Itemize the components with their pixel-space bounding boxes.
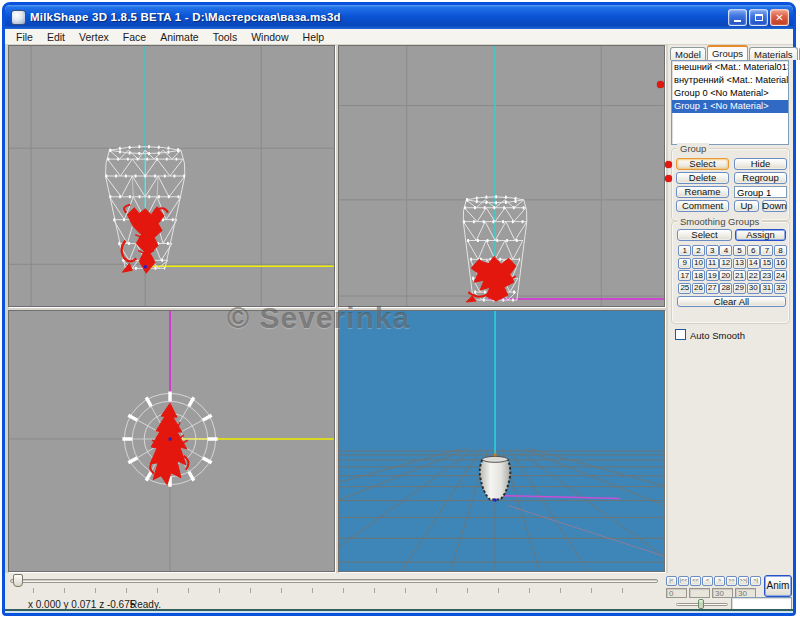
transport-button[interactable]: < bbox=[702, 576, 713, 586]
smoothing-number-button[interactable]: 22 bbox=[747, 270, 760, 281]
smoothing-number-button[interactable]: 2 bbox=[692, 245, 705, 256]
smoothing-number-button[interactable]: 16 bbox=[774, 258, 787, 269]
front-view-canvas bbox=[9, 46, 334, 306]
panel-tab[interactable]: Groups bbox=[707, 45, 748, 60]
smoothing-number-button[interactable]: 10 bbox=[692, 258, 705, 269]
smoothing-number-button[interactable]: 1 bbox=[678, 245, 691, 256]
anim-button[interactable]: Anim bbox=[764, 575, 792, 597]
smoothing-number-button[interactable]: 3 bbox=[706, 245, 719, 256]
close-icon: ✕ bbox=[775, 12, 783, 23]
viewport-top[interactable] bbox=[8, 310, 335, 572]
smoothing-number-button[interactable]: 23 bbox=[760, 270, 773, 281]
close-button[interactable]: ✕ bbox=[770, 9, 789, 26]
auto-smooth-label: Auto Smooth bbox=[690, 330, 745, 341]
panel-tab[interactable]: Model bbox=[670, 47, 706, 60]
panel-tab[interactable]: Materials bbox=[749, 47, 798, 60]
smoothing-number-button[interactable]: 11 bbox=[706, 258, 719, 269]
bottom-edge bbox=[5, 611, 793, 613]
group-section-label: Group bbox=[677, 143, 709, 154]
minimize-icon bbox=[734, 20, 741, 22]
smoothing-number-button[interactable]: 25 bbox=[678, 283, 691, 294]
smoothing-number-button[interactable]: 30 bbox=[747, 283, 760, 294]
smoothing-number-button[interactable]: 4 bbox=[719, 245, 732, 256]
smoothing-number-button[interactable]: 26 bbox=[692, 283, 705, 294]
clear-all-button[interactable]: Clear All bbox=[677, 296, 786, 307]
group-regroup-button[interactable]: Regroup bbox=[734, 172, 787, 184]
group-list-item[interactable]: внутренний <Mat.: Material01> bbox=[672, 74, 788, 87]
group-name-field[interactable]: Group 1 bbox=[734, 186, 787, 198]
smoothing-number-button[interactable]: 14 bbox=[747, 258, 760, 269]
smoothing-assign-button[interactable]: Assign bbox=[735, 229, 786, 241]
group-list-item[interactable]: Group 1 <No Material> bbox=[672, 100, 788, 113]
transport-button[interactable]: > bbox=[714, 576, 725, 586]
group-down-button[interactable]: Down bbox=[762, 200, 787, 212]
side-panel: ModelGroupsMaterialsJoints внешний <Mat.… bbox=[668, 45, 793, 573]
smoothing-number-button[interactable]: 27 bbox=[706, 283, 719, 294]
smoothing-number-button[interactable]: 8 bbox=[774, 245, 787, 256]
transport-button[interactable]: >> bbox=[726, 576, 737, 586]
viewport-front[interactable] bbox=[8, 45, 335, 307]
group-delete-button[interactable]: Delete bbox=[676, 172, 729, 184]
smoothing-number-button[interactable]: 9 bbox=[678, 258, 691, 269]
group-list-item[interactable]: Group 0 <No Material> bbox=[672, 87, 788, 100]
frame-field[interactable] bbox=[689, 588, 710, 598]
top-view-canvas bbox=[9, 311, 334, 571]
transport-button[interactable]: |< bbox=[666, 576, 677, 586]
viewport-side[interactable] bbox=[338, 45, 665, 307]
frame-field[interactable]: 0 bbox=[666, 588, 687, 598]
smoothing-number-button[interactable]: 17 bbox=[678, 270, 691, 281]
auto-smooth-checkbox[interactable] bbox=[675, 329, 686, 340]
window-title: MilkShape 3D 1.8.5 BETA 1 - D:\Мастерска… bbox=[30, 11, 728, 23]
group-select-button[interactable]: Select bbox=[676, 158, 729, 170]
smoothing-number-button[interactable]: 7 bbox=[760, 245, 773, 256]
menu-item[interactable]: Window bbox=[244, 30, 295, 44]
keyframe-slider-thumb[interactable] bbox=[13, 574, 23, 587]
menu-item[interactable]: Help bbox=[296, 30, 332, 44]
smoothing-number-button[interactable]: 19 bbox=[706, 270, 719, 281]
annotation-dot-delete bbox=[665, 175, 672, 182]
group-hide-button[interactable]: Hide bbox=[734, 158, 787, 170]
smoothing-number-button[interactable]: 21 bbox=[733, 270, 746, 281]
milkshape-window: MilkShape 3D 1.8.5 BETA 1 - D:\Мастерска… bbox=[2, 2, 796, 616]
minimize-button[interactable] bbox=[728, 9, 747, 26]
annotation-dot-group-list bbox=[657, 81, 664, 88]
smoothing-number-button[interactable]: 29 bbox=[733, 283, 746, 294]
transport-button[interactable]: >>| bbox=[738, 576, 749, 586]
smoothing-select-button[interactable]: Select bbox=[677, 229, 732, 241]
menu-item[interactable]: Vertex bbox=[72, 30, 116, 44]
animation-bar: |<|<<<<<>>>>>|>| 03030 Anim x 0.000 y 0.… bbox=[5, 573, 793, 609]
mini-slider-thumb[interactable] bbox=[698, 599, 704, 609]
keyframe-ticks bbox=[33, 588, 653, 593]
transport-button[interactable]: >| bbox=[750, 576, 761, 586]
smoothing-number-button[interactable]: 13 bbox=[733, 258, 746, 269]
smoothing-number-button[interactable]: 15 bbox=[760, 258, 773, 269]
smoothing-number-button[interactable]: 24 bbox=[774, 270, 787, 281]
group-comment-button[interactable]: Comment bbox=[676, 200, 729, 212]
restore-button[interactable] bbox=[749, 9, 768, 26]
app-icon bbox=[11, 10, 26, 25]
keyframe-slider-track[interactable] bbox=[10, 579, 658, 583]
group-up-button[interactable]: Up bbox=[734, 200, 759, 212]
smoothing-number-button[interactable]: 18 bbox=[692, 270, 705, 281]
smoothing-number-button[interactable]: 31 bbox=[760, 283, 773, 294]
title-bar[interactable]: MilkShape 3D 1.8.5 BETA 1 - D:\Мастерска… bbox=[5, 5, 793, 29]
smoothing-number-button[interactable]: 20 bbox=[719, 270, 732, 281]
smoothing-number-button[interactable]: 12 bbox=[719, 258, 732, 269]
menu-item[interactable]: Face bbox=[116, 30, 153, 44]
frame-field[interactable]: 30 bbox=[712, 588, 733, 598]
smoothing-number-button[interactable]: 28 bbox=[719, 283, 732, 294]
menu-item[interactable]: File bbox=[9, 30, 40, 44]
menu-item[interactable]: Animate bbox=[153, 30, 206, 44]
smoothing-number-button[interactable]: 5 bbox=[733, 245, 746, 256]
menu-item[interactable]: Edit bbox=[40, 30, 72, 44]
perspective-canvas bbox=[339, 311, 664, 571]
group-list-item[interactable]: внешний <Mat.: Material01> bbox=[672, 61, 788, 74]
menu-item[interactable]: Tools bbox=[206, 30, 245, 44]
smoothing-number-button[interactable]: 32 bbox=[774, 283, 787, 294]
smoothing-number-button[interactable]: 6 bbox=[747, 245, 760, 256]
transport-button[interactable]: |<< bbox=[678, 576, 689, 586]
group-rename-button[interactable]: Rename bbox=[676, 186, 729, 198]
transport-button[interactable]: << bbox=[690, 576, 701, 586]
viewport-3d[interactable] bbox=[338, 310, 665, 572]
groups-list[interactable]: внешний <Mat.: Material01>внутренний <Ma… bbox=[671, 60, 789, 145]
